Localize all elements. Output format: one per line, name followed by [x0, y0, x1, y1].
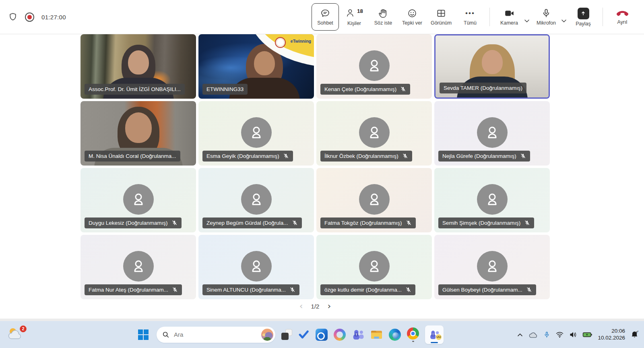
- meeting-initials-badge: UU: [436, 334, 442, 340]
- meeting-stage: Assoc.Prof. Dr. Ümit İZGİ ONBAŞILI... eT…: [0, 34, 644, 319]
- meeting-timer: 01:27:00: [41, 14, 66, 21]
- avatar-circle: [477, 117, 508, 148]
- next-page-chevron-icon[interactable]: ›: [327, 302, 331, 311]
- people-button[interactable]: 18 Kişiler: [341, 3, 368, 31]
- participant-tile[interactable]: Fatma Nur Ateş (Doğrulanmam...: [80, 235, 196, 299]
- running-indicator: [412, 341, 414, 342]
- more-button[interactable]: ••• Tümü: [456, 3, 484, 31]
- participant-tile[interactable]: Zeynep Begüm Gürdal (Doğrula...: [198, 168, 314, 232]
- participant-tile[interactable]: Sevda TAMER (Doğrulanmamış): [434, 34, 550, 99]
- participant-name: M. Nisa Ünaldı Coral (Doğrulanma...: [89, 153, 176, 159]
- participant-tile[interactable]: Semih Şimşek (Doğrulanmamış): [434, 168, 550, 232]
- previous-page-chevron-icon[interactable]: ‹: [299, 302, 303, 311]
- avatar-circle: [359, 117, 390, 148]
- todo-app-icon[interactable]: [298, 329, 310, 340]
- person-silhouette: [254, 51, 275, 75]
- outlook-app-icon[interactable]: [316, 329, 328, 341]
- teams-app-icon[interactable]: T: [352, 329, 364, 340]
- camera-button[interactable]: Kamera: [495, 3, 523, 31]
- mic-off-icon: [283, 153, 289, 159]
- share-button[interactable]: Paylaş: [570, 3, 597, 31]
- mic-off-icon: [172, 287, 178, 293]
- mic-in-use-icon[interactable]: [543, 331, 550, 339]
- participant-name: ETWINNING33: [206, 86, 244, 92]
- avatar-circle: [241, 251, 272, 282]
- onedrive-cloud-icon[interactable]: [528, 331, 538, 338]
- clock-date[interactable]: 20:06 10.02.2026: [598, 328, 625, 342]
- chrome-browser-icon[interactable]: [407, 327, 419, 342]
- windows-taskbar: 2 T: [0, 321, 644, 348]
- recording-indicator-icon[interactable]: [25, 12, 34, 22]
- participant-name-label: Nejla Gürefe (Doğrulanmamış): [438, 151, 530, 162]
- teams-meeting-app-active[interactable]: T UU: [425, 325, 444, 344]
- person-icon: [484, 191, 500, 207]
- person-silhouette: [125, 112, 152, 143]
- participant-tile[interactable]: Esma Geyik (Doğrulanmamış): [198, 101, 314, 166]
- participant-tile[interactable]: M. Nisa Ünaldı Coral (Doğrulanma...: [80, 101, 196, 166]
- participant-tile[interactable]: İlknur Özbek (Doğrulanmamış): [316, 101, 432, 166]
- participant-tile[interactable]: özge kutlu demir (Doğrulanma...: [316, 235, 432, 299]
- page-indicator: 1/2: [311, 303, 320, 310]
- leave-button[interactable]: Ayrıl: [609, 3, 636, 31]
- taskbar-search[interactable]: [157, 327, 275, 343]
- participant-name-label: Gülsen Boybeyi (Doğrulanmam...: [438, 284, 536, 295]
- participant-tile[interactable]: Nejla Gürefe (Doğrulanmamış): [434, 101, 550, 166]
- avatar-circle: [477, 251, 508, 282]
- volume-icon[interactable]: [569, 331, 577, 338]
- start-button[interactable]: [136, 327, 151, 342]
- smiley-icon: [407, 8, 417, 19]
- avatar-circle: [359, 251, 390, 282]
- mic-off-icon: [402, 153, 408, 159]
- react-button[interactable]: Tepki ver: [398, 3, 426, 31]
- participant-tile[interactable]: Gülsen Boybeyi (Doğrulanmam...: [434, 235, 550, 299]
- participant-tile[interactable]: Assoc.Prof. Dr. Ümit İZGİ ONBAŞILI...: [80, 34, 196, 99]
- search-icon: [162, 331, 169, 338]
- bing-daily-image-thumbnail[interactable]: [261, 329, 273, 341]
- view-button[interactable]: Görünüm: [427, 3, 455, 31]
- participant-tile[interactable]: Fatma Tokgöz (Doğrulanmamış): [316, 168, 432, 232]
- ellipsis-icon: •••: [465, 8, 475, 19]
- tray-date: 10.02.2026: [598, 335, 625, 342]
- participant-tile[interactable]: eTwinning ETWINNING33: [198, 34, 314, 99]
- battery-charging-icon[interactable]: [582, 331, 592, 338]
- mic-options-chevron-icon[interactable]: [561, 17, 567, 25]
- microphone-button[interactable]: Mikrofon: [533, 3, 560, 31]
- view-grid-icon: [436, 8, 446, 19]
- edge-browser-icon[interactable]: [389, 329, 401, 341]
- participant-name-label: Sinem ALTUNCU (Doğrulanma...: [202, 284, 299, 295]
- participant-tile[interactable]: Kenan Çete (Doğrulanmamış): [316, 34, 432, 99]
- camera-icon: [504, 8, 515, 19]
- task-view-button[interactable]: [281, 329, 292, 340]
- notifications-dnd-bell-icon[interactable]: zz: [630, 330, 639, 339]
- teams-meeting-window: 01:27:00 Sohbet 18 Kişiler Söz iste Tepk…: [0, 0, 644, 348]
- copilot-app-icon[interactable]: [334, 329, 346, 341]
- person-icon: [366, 191, 382, 207]
- svg-text:z: z: [638, 330, 639, 332]
- person-icon: [248, 258, 264, 274]
- active-app-indicator: [431, 342, 438, 343]
- participant-name: özge kutlu demir (Doğrulanma...: [324, 287, 402, 293]
- participant-name-label: özge kutlu demir (Doğrulanma...: [320, 284, 415, 295]
- camera-options-chevron-icon[interactable]: [524, 17, 530, 25]
- participant-name: Kenan Çete (Doğrulanmamış): [324, 86, 396, 92]
- avatar-circle: [477, 184, 508, 215]
- person-icon: [130, 191, 147, 207]
- chat-button[interactable]: Sohbet: [312, 3, 339, 31]
- avatar-circle: [359, 184, 390, 215]
- file-explorer-icon[interactable]: [370, 329, 383, 340]
- participant-tile[interactable]: Sinem ALTUNCU (Doğrulanma...: [198, 235, 314, 299]
- hidden-icons-chevron-icon[interactable]: [517, 332, 523, 338]
- participant-name-label: Fatma Tokgöz (Doğrulanmamış): [320, 218, 416, 228]
- mic-off-icon: [406, 220, 412, 226]
- toolbar-divider: [603, 8, 603, 26]
- person-icon: [366, 258, 382, 274]
- participant-tile[interactable]: Duygu Lekesiz (Doğrulanmamış): [80, 168, 196, 232]
- search-input[interactable]: [173, 331, 258, 338]
- meeting-toolbar: 01:27:00 Sohbet 18 Kişiler Söz iste Tepk…: [0, 0, 644, 34]
- raise-hand-button[interactable]: Söz iste: [369, 3, 397, 31]
- participant-grid: Assoc.Prof. Dr. Ümit İZGİ ONBAŞILI... eT…: [80, 34, 550, 299]
- avatar-circle: [241, 117, 272, 148]
- widgets-weather-icon[interactable]: 2: [7, 327, 24, 343]
- wifi-icon[interactable]: [555, 331, 564, 338]
- security-shield-icon[interactable]: [8, 12, 18, 22]
